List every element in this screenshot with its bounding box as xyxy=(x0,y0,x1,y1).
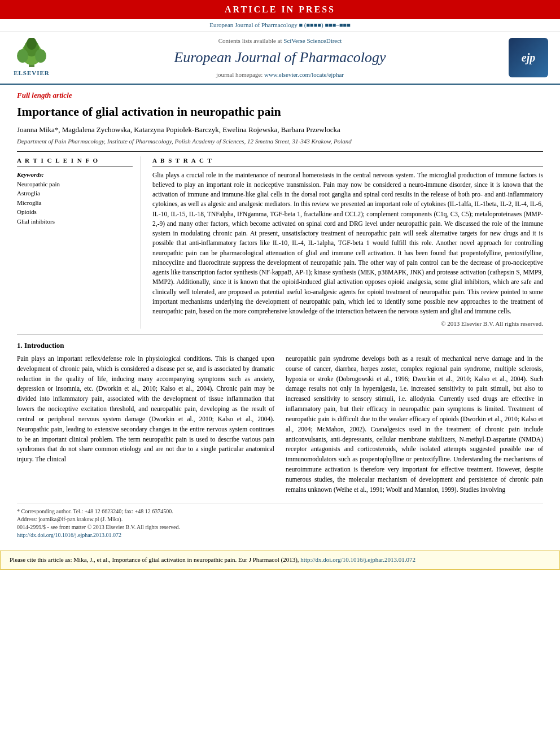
footnote-doi-link[interactable]: http://dx.doi.org/10.1016/j.ejphar.2013.… xyxy=(17,532,121,538)
intro-body: Pain plays an important reflex/defense r… xyxy=(17,354,543,498)
article-info-abstract: A R T I C L E I N F O Keywords: Neuropat… xyxy=(17,151,543,329)
article-type-label: Full length article xyxy=(17,90,543,101)
keywords-list: Neuropathic pain Astroglia Microglia Opi… xyxy=(17,180,133,226)
journal-name-link[interactable]: European Journal of Pharmacology ■ (■■■■… xyxy=(209,21,351,28)
keyword-glial-inhibitors: Glial inhibitors xyxy=(17,217,133,226)
contents-available-line: Contents lists available at SciVerse Sci… xyxy=(60,37,500,45)
ejp-logo: ejp xyxy=(506,38,551,77)
cite-text: Please cite this article as: Mika, J., e… xyxy=(10,556,299,563)
copyright-line: © 2013 Elsevier B.V. All rights reserved… xyxy=(152,320,543,328)
article-in-press-banner: ARTICLE IN PRESS xyxy=(0,0,560,19)
homepage-line: journal homepage: www.elsevier.com/locat… xyxy=(60,71,500,79)
footnote-section: * Corresponding author. Tel.: +48 12 662… xyxy=(17,504,543,539)
intro-col-right: neuropathic pain syndrome develops both … xyxy=(286,354,543,498)
footnote-issn: 0014-2999/$ - see front matter © 2013 El… xyxy=(17,523,543,531)
divider xyxy=(17,334,543,335)
cite-bar: Please cite this article as: Mika, J., e… xyxy=(0,551,560,569)
article-info-heading: A R T I C L E I N F O xyxy=(17,156,133,167)
elsevier-logo: ELSEVIER xyxy=(9,38,54,77)
svg-point-4 xyxy=(17,49,28,63)
intro-section-title: 1. Introduction xyxy=(17,340,543,351)
keyword-microglia: Microglia xyxy=(17,199,133,207)
svg-point-5 xyxy=(35,49,46,63)
homepage-link[interactable]: www.elsevier.com/locate/ejphar xyxy=(264,71,344,78)
intro-col-left: Pain plays an important reflex/defense r… xyxy=(17,354,274,498)
svg-point-3 xyxy=(27,38,37,50)
footnote-email: Address: joamika@if-pan.krakow.pl (J. Mi… xyxy=(17,516,543,523)
journal-link-bar: European Journal of Pharmacology ■ (■■■■… xyxy=(0,19,560,32)
abstract-heading: A B S T R A C T xyxy=(152,156,543,167)
footnote-corresponding: * Corresponding author. Tel.: +48 12 662… xyxy=(17,508,543,516)
affiliation-line: Department of Pain Pharmacology, Institu… xyxy=(17,137,543,146)
keyword-astroglia: Astroglia xyxy=(17,189,133,198)
cite-doi-link[interactable]: http://dx.doi.org/10.1016/j.ejphar.2013.… xyxy=(300,556,415,563)
sciverse-link[interactable]: SciVerse ScienceDirect xyxy=(283,37,342,44)
authors-line: Joanna Mika*, Magdalena Zychowska, Katar… xyxy=(17,125,543,135)
abstract-col: A B S T R A C T Glia plays a crucial rol… xyxy=(152,156,543,329)
article-body: Full length article Importance of glial … xyxy=(0,85,560,545)
keywords-label: Keywords: xyxy=(17,171,133,179)
ejp-logo-box: ejp xyxy=(509,38,548,77)
article-title: Importance of glial activation in neurop… xyxy=(17,104,543,120)
footnote-doi: http://dx.doi.org/10.1016/j.ejphar.2013.… xyxy=(17,531,543,539)
keyword-neuropathic-pain: Neuropathic pain xyxy=(17,180,133,189)
journal-header: ELSEVIER Contents lists available at Sci… xyxy=(0,32,560,85)
journal-title: European Journal of Pharmacology xyxy=(60,47,500,68)
intro-text-left: Pain plays an important reflex/defense r… xyxy=(17,354,274,465)
abstract-text: Glia plays a crucial role in the mainten… xyxy=(152,171,543,317)
article-info-col: A R T I C L E I N F O Keywords: Neuropat… xyxy=(17,156,141,329)
keyword-opioids: Opioids xyxy=(17,208,133,216)
journal-title-section: Contents lists available at SciVerse Sci… xyxy=(60,37,500,79)
intro-text-right: neuropathic pain syndrome develops both … xyxy=(286,354,543,495)
